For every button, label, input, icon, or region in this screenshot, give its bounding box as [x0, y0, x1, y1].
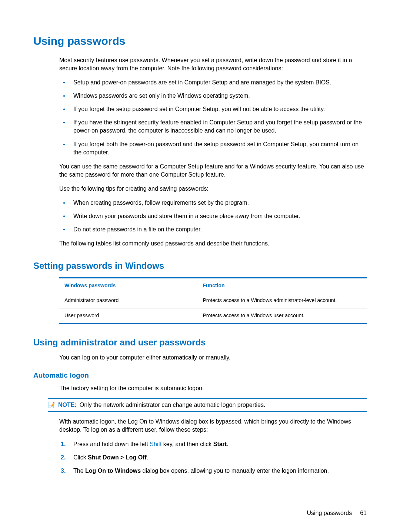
step-text: Press and hold down the left	[73, 441, 150, 447]
shut-down-log-off-label: Shut Down > Log Off	[88, 454, 147, 461]
section-heading-windows-passwords: Setting passwords in Windows	[33, 260, 367, 272]
note-icon: 📝	[48, 401, 55, 409]
list-item: Setup and power-on passwords are set in …	[59, 78, 367, 87]
list-item: Write down your passwords and store them…	[59, 212, 367, 220]
page-number: 61	[360, 509, 367, 517]
footer-section-label: Using passwords	[307, 509, 352, 517]
auto-logon-steps: Press and hold down the left Shift key, …	[59, 440, 367, 475]
auto-logon-factory: The factory setting for the computer is …	[59, 384, 367, 392]
note-label: NOTE:	[58, 401, 77, 409]
list-item: If you forget the setup password set in …	[59, 105, 367, 113]
table-row: Administrator password Protects access t…	[59, 293, 367, 308]
shift-key-label: Shift	[150, 441, 161, 447]
step-text: key, and then click	[161, 441, 213, 447]
step-text: Click	[73, 454, 88, 461]
section-heading-automatic-logon: Automatic logon	[33, 371, 367, 381]
tables-intro-paragraph: The following tables list commonly used …	[59, 240, 367, 248]
table-row: User password Protects access to a Windo…	[59, 308, 367, 324]
auto-logon-bypass: With automatic logon, the Log On to Wind…	[59, 418, 367, 434]
reuse-paragraph: You can use the same password for a Comp…	[59, 163, 367, 179]
considerations-list: Setup and power-on passwords are set in …	[59, 78, 367, 157]
list-item: Click Shut Down > Log Off.	[59, 454, 367, 462]
table-header-row: Windows passwords Function	[59, 278, 367, 293]
admin-user-intro: You can log on to your computer either a…	[59, 354, 367, 362]
log-on-to-windows-label: Log On to Windows	[85, 468, 141, 474]
list-item: Windows passwords are set only in the Wi…	[59, 92, 367, 100]
note-text: Only the network administrator can chang…	[80, 401, 266, 409]
table-header-cell: Windows passwords	[59, 278, 198, 293]
list-item: Do not store passwords in a file on the …	[59, 225, 367, 234]
step-text: .	[227, 441, 228, 447]
note-callout: 📝 NOTE: Only the network administrator c…	[48, 398, 367, 412]
table-cell: Administrator password	[59, 293, 198, 308]
table-cell: Protects access to a Windows administrat…	[198, 293, 367, 308]
section-heading-admin-user-passwords: Using administrator and user passwords	[33, 336, 367, 349]
tips-list: When creating passwords, follow requirem…	[59, 199, 367, 234]
list-item: The Log On to Windows dialog box opens, …	[59, 467, 367, 475]
list-item: When creating passwords, follow requirem…	[59, 199, 367, 207]
table-header-cell: Function	[198, 278, 367, 293]
list-item: Press and hold down the left Shift key, …	[59, 440, 367, 448]
start-label: Start	[213, 441, 227, 447]
list-item: If you have the stringent security featu…	[59, 118, 367, 135]
page-title: Using passwords	[33, 33, 367, 49]
page-footer: Using passwords 61	[307, 509, 367, 517]
step-text: The	[73, 468, 85, 474]
table-cell: User password	[59, 308, 198, 324]
list-item: If you forget both the power-on password…	[59, 140, 367, 157]
tips-intro-paragraph: Use the following tips for creating and …	[59, 185, 367, 193]
step-text: dialog box opens, allowing you to manual…	[141, 468, 329, 474]
step-text: .	[147, 454, 148, 461]
windows-passwords-table: Windows passwords Function Administrator…	[59, 277, 367, 324]
table-cell: Protects access to a Windows user accoun…	[198, 308, 367, 324]
intro-paragraph: Most security features use passwords. Wh…	[59, 56, 367, 73]
